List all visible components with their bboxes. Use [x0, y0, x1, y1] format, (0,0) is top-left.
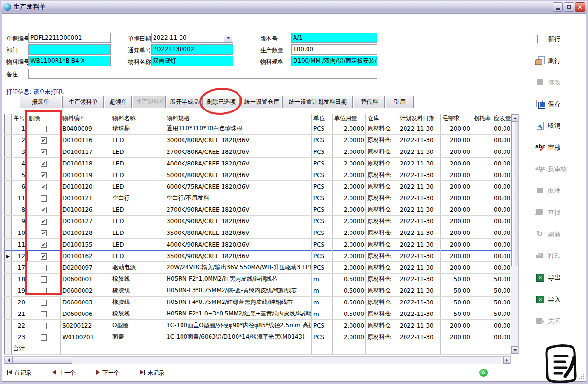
table-row[interactable]: 18D0600001橡胶线H05RN-F2*1.0MM2/红黑内皮线/纯铜线芯m…: [5, 274, 511, 285]
production-qty-field[interactable]: 100.00: [291, 44, 377, 55]
sidebar-button-save[interactable]: 保存: [525, 93, 582, 115]
table-row[interactable]: 2D0100116LED3000K/80RA/CREE 1820/36VPCS2…: [5, 135, 511, 146]
scroll-down-icon[interactable]: [511, 346, 518, 354]
delete-checkbox[interactable]: [41, 311, 47, 317]
table-row[interactable]: 21D0600006橡胶线H05RN-F2*1.0+3*0.5MM2/红黑+蓝黄…: [5, 308, 511, 320]
document-date-dropdown[interactable]: 2022-11-30: [151, 33, 233, 43]
vertical-scrollbar[interactable]: [511, 114, 519, 354]
column-header[interactable]: 物料编号: [61, 114, 111, 123]
cell-date: 2022-11-30: [398, 204, 441, 216]
cell-unit: PCS: [312, 169, 333, 181]
notice-number-field[interactable]: PD221130002: [151, 44, 233, 55]
toolbar-button-0[interactable]: 报废单: [20, 96, 61, 108]
cell-gross: 200.00: [441, 239, 472, 250]
toolbar-button-2[interactable]: 超领单: [105, 96, 132, 108]
cell-issue: 00.00: [492, 169, 511, 181]
column-header[interactable]: 物料名称: [111, 114, 165, 123]
version-field[interactable]: A/1: [291, 33, 377, 43]
scroll-right-icon[interactable]: [503, 357, 510, 364]
delete-checkbox[interactable]: [41, 230, 47, 236]
toolbar-button-8[interactable]: 替代料: [354, 96, 385, 108]
delete-checkbox[interactable]: [41, 276, 47, 283]
sidebar-button-import-excel[interactable]: 导入: [525, 288, 582, 310]
table-row[interactable]: 23W0100201面盖1C-100面盖/6063铝/D100*14/烤漆平光黑…: [5, 331, 511, 343]
delete-checkbox[interactable]: [41, 126, 47, 132]
sidebar-button-delete-row[interactable]: 删行: [525, 50, 582, 71]
nav-previous-record[interactable]: 上一个: [52, 369, 76, 377]
table-row[interactable]: ▶12D0100162LED3500K/90RA/CREE 1820/36VPC…: [5, 250, 511, 262]
toolbar-button-5[interactable]: 删除已选项: [202, 96, 240, 108]
material-code-field[interactable]: WB1100R1*B-B4-X: [28, 56, 111, 66]
sidebar-button-new-row[interactable]: 新行: [525, 28, 582, 50]
table-row[interactable]: 8D0100126LED2700K/90RA/CREE 1820/36VPCS2…: [5, 204, 511, 216]
delete-checkbox[interactable]: [41, 323, 47, 329]
column-header[interactable]: 应发量: [492, 114, 511, 123]
table-row[interactable]: 20D0600003橡胶线H05RN-F4*0.75MM2/红绿蓝黑内皮线/纯铜…: [5, 297, 511, 308]
minimize-button[interactable]: [553, 2, 563, 12]
table-row[interactable]: 11D0100121空白行空白行/不用发料PCS2.0000原材料仓2022-1…: [5, 192, 511, 204]
cell-seq: 18: [12, 274, 27, 285]
maximize-button[interactable]: [564, 2, 574, 12]
table-row[interactable]: 6D0100120LED6000K/75RA/CREE 1820/36VPCS2…: [5, 181, 511, 192]
total-row: 合计: [5, 343, 511, 355]
cell-name: LED: [111, 227, 165, 239]
toolbar-button-4[interactable]: 展开半成品: [167, 96, 201, 108]
sidebar-button-cancel[interactable]: 取消: [525, 115, 582, 137]
vertical-scrollbar-thumb[interactable]: [511, 122, 518, 266]
horizontal-scrollbar[interactable]: [4, 356, 511, 364]
column-header[interactable]: 仓库: [366, 114, 398, 123]
sidebar-button-audit[interactable]: 审核: [525, 137, 582, 158]
department-field[interactable]: [28, 44, 111, 55]
delete-checkbox[interactable]: [41, 334, 47, 341]
table-row[interactable]: 11D0100155LED4000K/90RA/CREE 1820/36VPCS…: [5, 239, 511, 250]
close-button[interactable]: ✕: [575, 2, 585, 12]
table-row[interactable]: 3D0100117LED2700K/80RA/CREE 1820/36VPCS2…: [5, 146, 511, 158]
column-header[interactable]: 单位用量: [333, 114, 366, 123]
table-row[interactable]: 4D0100118LED4000K/80RA/CREE 1820/36VPCS2…: [5, 158, 511, 169]
delete-checkbox[interactable]: [41, 195, 47, 202]
delete-checkbox[interactable]: [41, 219, 47, 225]
delete-checkbox[interactable]: [41, 207, 47, 213]
nav-first-record[interactable]: 首记录: [7, 369, 32, 377]
delete-checkbox[interactable]: [41, 161, 47, 167]
material-spec-field[interactable]: D100/MM /双向/铝/固定板安装/C: [291, 56, 377, 66]
column-header[interactable]: 删除: [27, 114, 61, 123]
resize-grip[interactable]: [578, 374, 584, 380]
table-row[interactable]: 22S0200122O型圈1C-100面盖O型圈/外径φ90*内径φ85*线径2…: [5, 320, 511, 331]
toolbar-button-6[interactable]: 统一设置仓库: [241, 96, 281, 108]
scroll-up-icon[interactable]: [511, 114, 518, 122]
sidebar-button-export-excel[interactable]: 导出: [525, 267, 582, 288]
material-name-field[interactable]: 双向壁灯: [151, 56, 233, 66]
delete-checkbox[interactable]: [41, 242, 47, 248]
delete-checkbox[interactable]: [41, 253, 47, 260]
table-row[interactable]: 10D0100128LED3500K/80RA/CREE 1820/36VPCS…: [5, 227, 511, 239]
nav-last-record[interactable]: 末记录: [140, 369, 165, 377]
delete-checkbox[interactable]: [41, 149, 47, 155]
column-header[interactable]: 损耗率: [472, 114, 492, 123]
column-header[interactable]: 毛需求: [441, 114, 472, 123]
delete-checkbox[interactable]: [41, 184, 47, 190]
toolbar-button-9[interactable]: 引用: [386, 96, 414, 108]
table-row[interactable]: 5D0100119LED5000K/80RA/CREE 1820/36VPCS2…: [5, 169, 511, 181]
delete-checkbox[interactable]: [41, 288, 47, 294]
delete-checkbox[interactable]: [41, 265, 47, 271]
remark-field[interactable]: [28, 69, 377, 79]
column-header[interactable]: 物料规格: [165, 114, 312, 123]
nav-next-record[interactable]: 下一个: [96, 369, 120, 377]
horizontal-scrollbar-thumb[interactable]: [12, 357, 72, 364]
table-row[interactable]: 9D0100127LED3000K/90RA/CREE 1820/36VPCS2…: [5, 216, 511, 227]
toolbar-button-1[interactable]: 生产领料单: [62, 96, 104, 108]
column-header[interactable]: 单位: [312, 114, 333, 123]
table-row[interactable]: 1B0400009珍珠棉通用110*110*10白色珍珠棉PCS2.0000原材…: [5, 123, 511, 135]
table-row[interactable]: 17D0200097驱动电源20W/24VDC输入/输出36V 550MA/WB…: [5, 262, 511, 274]
scroll-left-icon[interactable]: [5, 357, 12, 364]
column-header[interactable]: 序号: [12, 114, 27, 123]
chevron-down-icon[interactable]: [224, 34, 232, 42]
table-row[interactable]: 19D0600002橡胶线H05RN-F3*0.75MM2/棕-蓝-黄绿内皮线/…: [5, 285, 511, 297]
delete-checkbox[interactable]: [41, 172, 47, 178]
delete-checkbox[interactable]: [41, 137, 47, 144]
column-header[interactable]: 计划发料日期: [398, 114, 441, 123]
toolbar-button-7[interactable]: 统一设置计划发料日期: [282, 96, 353, 108]
delete-checkbox[interactable]: [41, 300, 47, 306]
document-number-field[interactable]: PDFL2211300001: [28, 33, 111, 43]
